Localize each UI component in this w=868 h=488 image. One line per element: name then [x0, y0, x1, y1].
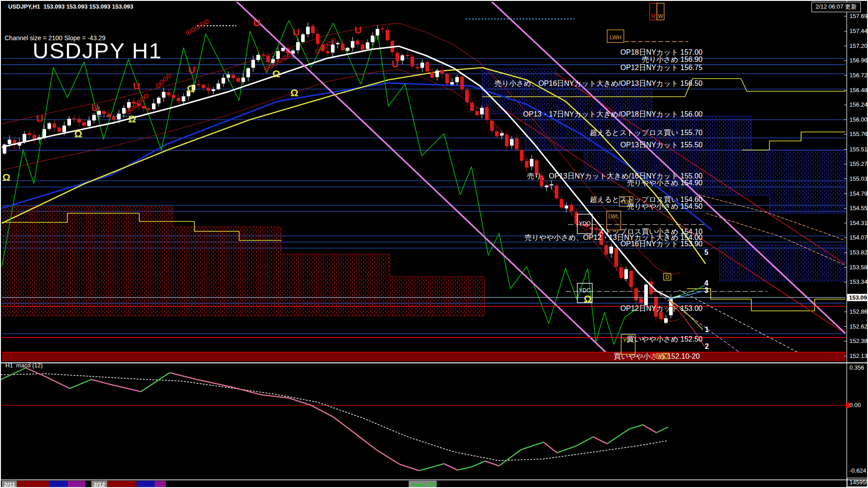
svg-text:152.135: 152.135 — [849, 352, 868, 359]
svg-text:156.480: 156.480 — [849, 87, 868, 94]
svg-text:U: U — [392, 58, 399, 70]
macd-toggle-chip: macd ON — [411, 481, 437, 488]
svg-text:156.725: 156.725 — [849, 72, 868, 79]
svg-text:W: W — [658, 13, 663, 19]
svg-text:YDO: YDO — [579, 221, 590, 227]
svg-text:Ω: Ω — [290, 87, 298, 99]
svg-text:U: U — [188, 64, 195, 75]
svg-text:YDC: YDC — [579, 287, 591, 294]
svg-text:152.860: 152.860 — [849, 308, 868, 315]
price-axis: 157.690157.445157.205156.965156.725156.4… — [844, 13, 868, 487]
current-price-tag: 153.093 — [849, 294, 868, 301]
svg-text:156.000: 156.000 — [849, 116, 868, 123]
svg-text:156.240: 156.240 — [849, 101, 868, 108]
svg-text:-0.624: -0.624 — [849, 467, 866, 474]
svg-text:155.515: 155.515 — [849, 146, 868, 153]
svg-text:152.620: 152.620 — [849, 323, 868, 330]
svg-text:154.550: 154.550 — [849, 205, 868, 211]
svg-text:0.356: 0.356 — [849, 364, 864, 371]
macd-indicator-label: H1 macd (12) — [5, 362, 42, 369]
svg-text:U: U — [91, 102, 99, 113]
symbol-quote-line: USDJPY,H1 153.093 153.093 153.093 153.09… — [8, 3, 133, 10]
svg-text:W: W — [657, 353, 663, 359]
svg-text:Ω: Ω — [74, 128, 82, 140]
projection-number: 5 — [704, 249, 708, 256]
support-band — [1, 352, 845, 361]
session-timeline-bar: 2/112/12macd ON — [2, 481, 437, 488]
svg-text:153.825: 153.825 — [849, 249, 868, 256]
date-label: 2/11 — [4, 481, 15, 488]
svg-text:Ω: Ω — [2, 172, 10, 183]
svg-text:157.445: 157.445 — [849, 28, 868, 34]
svg-text:152.380: 152.380 — [849, 338, 868, 344]
svg-text:D: D — [664, 353, 668, 359]
svg-text:Ω: Ω — [272, 68, 280, 80]
svg-text:155.760: 155.760 — [849, 131, 868, 137]
svg-text:Ω: Ω — [187, 83, 195, 94]
svg-text:売りやや小さめ 154.90: 売りやや小さめ 154.90 — [627, 179, 703, 187]
svg-text:OP12日NYカット 156.75: OP12日NYカット 156.75 — [620, 64, 703, 71]
chart-canvas[interactable]: UUUUUUUUΩΩΩΩΩΩΩ買いやや小さめ 152.10-20LWHMWYDH… — [1, 1, 868, 488]
date-label: 2/12 — [94, 481, 105, 488]
svg-text:154.310: 154.310 — [849, 220, 868, 226]
svg-text:153.345: 153.345 — [849, 278, 868, 285]
svg-text:157.205: 157.205 — [849, 42, 868, 49]
svg-text:D: D — [665, 274, 670, 280]
svg-text:U: U — [133, 80, 140, 92]
svg-text:OP12日NYカット 153.00: OP12日NYカット 153.00 — [620, 305, 703, 312]
svg-text:OP16日NYカット 153.90: OP16日NYカット 153.90 — [620, 240, 703, 248]
trading-chart-window: UUUUUUUUΩΩΩΩΩΩΩ買いやや小さめ 152.10-20LWHMWYDH… — [0, 0, 868, 488]
svg-text:U: U — [292, 27, 300, 38]
svg-text:155.275: 155.275 — [849, 160, 868, 167]
svg-text:U: U — [354, 24, 362, 36]
svg-text:売り小さめ、OP16日NYカット大きめ/OP13日NYカット: 売り小さめ、OP16日NYカット大きめ/OP13日NYカット 156.50 — [495, 80, 703, 87]
svg-text:154.070: 154.070 — [849, 234, 868, 241]
svg-text:153.585: 153.585 — [849, 264, 868, 271]
svg-text:LWH: LWH — [610, 34, 622, 41]
svg-text:売り小さめ 156.90: 売り小さめ 156.90 — [642, 56, 703, 63]
svg-text:156.965: 156.965 — [849, 57, 868, 64]
svg-text:U: U — [253, 17, 260, 28]
projection-number: 4 — [704, 279, 708, 287]
chart-watermark-title: USDJPY H1 — [33, 38, 162, 63]
macd-panel — [1, 368, 845, 470]
svg-text:LWL: LWL — [609, 213, 619, 220]
svg-text:超えるとストップロス買い 155.70: 超えるとストップロス買い 155.70 — [590, 129, 703, 136]
svg-text:売りやや小さめ 154.50: 売りやや小さめ 154.50 — [627, 202, 703, 210]
svg-text:買いやや小さめ 152.50: 買いやや小さめ 152.50 — [627, 335, 703, 343]
svg-text:M: M — [651, 353, 656, 359]
svg-text:Ω: Ω — [128, 113, 136, 125]
svg-text:154.790: 154.790 — [849, 190, 868, 197]
svg-text:U: U — [36, 113, 43, 124]
svg-text:OP13・17日NYカット大きめ/OP18日NYカット 15: OP13・17日NYカット大きめ/OP18日NYカット 156.00 — [523, 110, 703, 118]
projection-number: 3 — [704, 286, 708, 294]
svg-text:0.00: 0.00 — [849, 402, 861, 408]
projection-number: 1 — [705, 326, 709, 333]
svg-text:157.690: 157.690 — [849, 13, 868, 19]
svg-text:OP13日NYカット 155.50: OP13日NYカット 155.50 — [620, 141, 703, 149]
svg-text:M: M — [651, 13, 656, 19]
svg-text:155.035: 155.035 — [849, 175, 868, 182]
svg-text:OP18日NYカット 157.00: OP18日NYカット 157.00 — [620, 48, 703, 56]
projection-number: 2 — [705, 343, 709, 350]
update-time-chip[interactable]: 2/12 06:07 更新 — [811, 2, 861, 12]
